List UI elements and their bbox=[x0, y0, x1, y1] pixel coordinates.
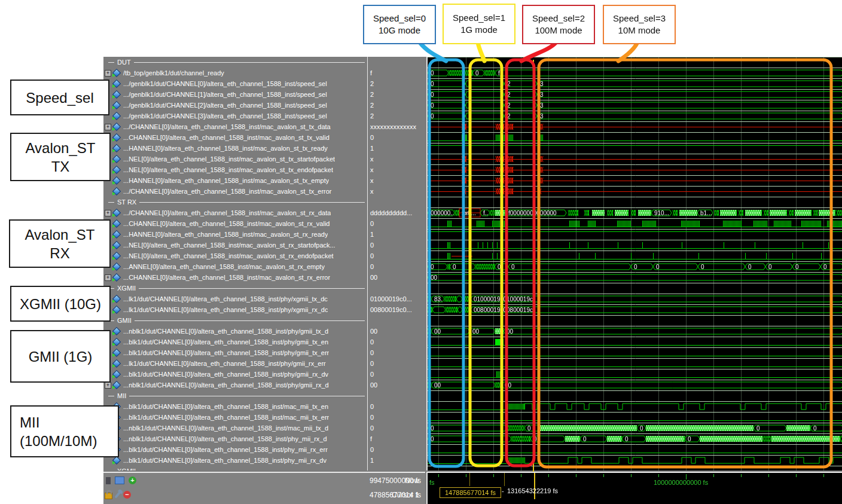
group-divider[interactable]: ST RX bbox=[103, 197, 366, 207]
signal-name[interactable]: ...lk1/dut/CHANNEL[0]/altera_eth_channel… bbox=[123, 360, 326, 367]
signal-icon bbox=[114, 328, 120, 334]
signal-row[interactable]: ...lk1/dut/CHANNEL[0]/altera_eth_channel… bbox=[103, 294, 366, 304]
signal-row[interactable]: ...NEL[0]/altera_eth_channel_1588_inst/m… bbox=[103, 164, 366, 175]
group-divider[interactable]: GMII bbox=[103, 315, 366, 326]
expand-button[interactable]: + bbox=[105, 210, 111, 216]
waveform-area[interactable] bbox=[426, 57, 842, 471]
expand-button[interactable]: + bbox=[105, 382, 111, 389]
signal-row[interactable]: .../genblk1/dut/CHANNEL[3]/altera_eth_ch… bbox=[103, 111, 366, 121]
signal-row[interactable]: .../genblk1/dut/CHANNEL[1]/altera_eth_ch… bbox=[103, 89, 366, 100]
signal-name[interactable]: ...lk1/dut/CHANNEL[0]/altera_eth_channel… bbox=[123, 306, 328, 313]
wrench-icon[interactable] bbox=[114, 491, 121, 499]
signal-value: 0 bbox=[370, 423, 426, 433]
signal-value-panel[interactable]: f2222xxxxxxxxxxxxxx01xxxxdddddddddd...01… bbox=[367, 57, 426, 471]
signal-row[interactable]: ...lk1/dut/CHANNEL[0]/altera_eth_channel… bbox=[103, 358, 366, 369]
signal-value: 1 bbox=[370, 455, 426, 466]
signal-name[interactable]: ...nblk1/dut/CHANNEL[0]/altera_eth_chann… bbox=[123, 424, 328, 432]
signal-row[interactable]: +...CHANNEL[0]/altera_eth_channel_1588_i… bbox=[103, 272, 366, 283]
signal-row[interactable]: ...CHANNEL[0]/altera_eth_channel_1588_in… bbox=[103, 132, 366, 143]
signal-row[interactable]: ...lk1/dut/CHANNEL[0]/altera_eth_channel… bbox=[103, 304, 366, 315]
signal-name[interactable]: ...nblk1/dut/CHANNEL[0]/altera_eth_chann… bbox=[123, 328, 328, 335]
signal-row[interactable]: +.../CHANNEL[0]/altera_eth_channel_1588_… bbox=[103, 207, 366, 218]
expand-button[interactable]: + bbox=[105, 70, 111, 77]
signal-row[interactable]: ...nblk1/dut/CHANNEL[0]/altera_eth_chann… bbox=[103, 423, 366, 433]
cursor2-time-text[interactable]: 131654322219 fs bbox=[507, 487, 558, 494]
signal-row[interactable]: ...HANNEL[0]/altera_eth_channel_1588_ins… bbox=[103, 143, 366, 154]
signal-row[interactable]: +...nblk1/dut/CHANNEL[0]/altera_eth_chan… bbox=[103, 380, 366, 390]
signal-row[interactable]: ...blk1/dut/CHANNEL[0]/altera_eth_channe… bbox=[103, 444, 366, 455]
side-label-0: Speed_sel bbox=[10, 80, 109, 115]
signal-name[interactable]: ...NEL[0]/altera_eth_channel_1588_inst/m… bbox=[123, 166, 333, 173]
signal-name[interactable]: ...blk1/dut/CHANNEL[0]/altera_eth_channe… bbox=[123, 446, 328, 453]
signal-name[interactable]: ...blk1/dut/CHANNEL[0]/altera_eth_channe… bbox=[123, 338, 328, 346]
expand-button[interactable]: + bbox=[105, 274, 111, 281]
panel-icon[interactable] bbox=[115, 476, 124, 484]
group-divider[interactable]: XGMII bbox=[103, 283, 366, 294]
signal-row[interactable]: .../genblk1/dut/CHANNEL[2]/altera_eth_ch… bbox=[103, 100, 366, 111]
signal-value: 00 bbox=[370, 326, 426, 337]
signal-name[interactable]: ...blk1/dut/CHANNEL[0]/altera_eth_channe… bbox=[123, 457, 327, 464]
signal-row[interactable]: ...ANNEL[0]/altera_eth_channel_1588_inst… bbox=[103, 261, 366, 272]
add-cursor-icon[interactable]: + bbox=[129, 476, 136, 484]
callout-line2: 10G mode bbox=[379, 25, 420, 36]
wave-canvas[interactable] bbox=[428, 57, 842, 471]
signal-row[interactable]: ...CHANNEL[0]/altera_eth_channel_1588_in… bbox=[103, 218, 366, 229]
signal-row[interactable]: +.../CHANNEL[0]/altera_eth_channel_1588_… bbox=[103, 121, 366, 132]
signal-name[interactable]: ...CHANNEL[0]/altera_eth_channel_1588_in… bbox=[123, 220, 330, 227]
signal-row[interactable]: ...blk1/dut/CHANNEL[0]/altera_eth_channe… bbox=[103, 412, 366, 423]
signal-row[interactable]: ...HANNEL[0]/altera_eth_channel_1588_ins… bbox=[103, 175, 366, 186]
expand-button[interactable]: + bbox=[105, 124, 111, 130]
signal-row[interactable]: .../genblk1/dut/CHANNEL[0]/altera_eth_ch… bbox=[103, 78, 366, 89]
signal-name[interactable]: .../genblk1/dut/CHANNEL[3]/altera_eth_ch… bbox=[123, 112, 327, 120]
signal-name[interactable]: ...blk1/dut/CHANNEL[0]/altera_eth_channe… bbox=[123, 371, 328, 378]
group-divider[interactable]: MII bbox=[103, 390, 366, 401]
signal-name[interactable]: ...HANNEL[0]/altera_eth_channel_1588_ins… bbox=[123, 145, 328, 152]
signal-row[interactable]: .../CHANNEL[0]/altera_eth_channel_1588_i… bbox=[103, 186, 366, 197]
signal-name[interactable]: .../genblk1/dut/CHANNEL[1]/altera_eth_ch… bbox=[123, 91, 327, 98]
lock-icon[interactable] bbox=[105, 493, 112, 499]
signal-name[interactable]: ...HANNEL[0]/altera_eth_channel_1588_ins… bbox=[123, 177, 329, 184]
signal-name[interactable]: .../genblk1/dut/CHANNEL[2]/altera_eth_ch… bbox=[123, 102, 327, 109]
signal-row[interactable]: ...NEL[0]/altera_eth_channel_1588_inst/m… bbox=[103, 154, 366, 164]
signal-name[interactable]: .../genblk1/dut/CHANNEL[0]/altera_eth_ch… bbox=[123, 80, 327, 87]
timeline-area[interactable]: fs 1000000000000 fs 147885677014 fs - 13… bbox=[426, 472, 842, 504]
signal-name[interactable]: ...NEL[0]/altera_eth_channel_1588_inst/m… bbox=[123, 155, 335, 163]
signal-row[interactable]: ...nblk1/dut/CHANNEL[0]/altera_eth_chann… bbox=[103, 326, 366, 337]
signal-name[interactable]: .../CHANNEL[0]/altera_eth_channel_1588_i… bbox=[123, 123, 331, 130]
signal-row[interactable]: ...blk1/dut/CHANNEL[0]/altera_eth_channe… bbox=[103, 455, 366, 466]
signal-name[interactable]: ...lk1/dut/CHANNEL[0]/altera_eth_channel… bbox=[123, 295, 328, 303]
modelsim-wave-screenshot: { "callouts": [ {"line1":"Speed_sel=0","… bbox=[0, 0, 842, 504]
signal-name[interactable]: .../CHANNEL[0]/altera_eth_channel_1588_i… bbox=[123, 209, 331, 216]
signal-name[interactable]: ...nblk1/dut/CHANNEL[0]/altera_eth_chann… bbox=[123, 381, 329, 389]
signal-name[interactable]: ...NEL[0]/altera_eth_channel_1588_inst/m… bbox=[123, 252, 334, 259]
clipped-toolbar-icon[interactable] bbox=[106, 477, 111, 484]
group-divider[interactable]: DUT bbox=[103, 57, 366, 68]
signal-name[interactable]: .../CHANNEL[0]/altera_eth_channel_1588_i… bbox=[123, 188, 332, 195]
signal-row[interactable]: ...blk1/dut/CHANNEL[0]/altera_eth_channe… bbox=[103, 401, 366, 412]
signal-name[interactable]: ...blk1/dut/CHANNEL[0]/altera_eth_channe… bbox=[123, 414, 329, 421]
group-divider[interactable]: XGMII bbox=[103, 466, 366, 471]
signal-value: 01000019c0... bbox=[370, 294, 426, 304]
signal-name-panel[interactable]: DUT+/tb_top/genblk1/dut/channel_ready...… bbox=[103, 57, 366, 471]
signal-row[interactable]: ...HANNEL[0]/altera_eth_channel_1588_ins… bbox=[103, 229, 366, 240]
group-label: MII bbox=[117, 392, 126, 399]
signal-row[interactable]: ...NEL[0]/altera_eth_channel_1588_inst/m… bbox=[103, 251, 366, 261]
signal-name[interactable]: ...CHANNEL[0]/altera_eth_channel_1588_in… bbox=[123, 274, 330, 281]
signal-name[interactable]: ...CHANNEL[0]/altera_eth_channel_1588_in… bbox=[123, 134, 330, 141]
signal-row[interactable]: ...blk1/dut/CHANNEL[0]/altera_eth_channe… bbox=[103, 337, 366, 347]
signal-name[interactable]: ...NEL[0]/altera_eth_channel_1588_inst/m… bbox=[123, 242, 335, 249]
signal-name[interactable]: ...ANNEL[0]/altera_eth_channel_1588_inst… bbox=[123, 263, 325, 270]
signal-row[interactable]: ...blk1/dut/CHANNEL[0]/altera_eth_channe… bbox=[103, 347, 366, 358]
delete-cursor-icon[interactable]: − bbox=[123, 491, 131, 499]
signal-name[interactable]: ...HANNEL[0]/altera_eth_channel_1588_ins… bbox=[123, 231, 328, 238]
signal-name[interactable]: /tb_top/genblk1/dut/channel_ready bbox=[123, 69, 224, 77]
cursor1-time-box[interactable]: 147885677014 fs bbox=[440, 487, 501, 498]
signal-value: 0 bbox=[370, 337, 426, 347]
signal-row[interactable]: ...blk1/dut/CHANNEL[0]/altera_eth_channe… bbox=[103, 369, 366, 380]
signal-row[interactable]: ...NEL[0]/altera_eth_channel_1588_inst/m… bbox=[103, 240, 366, 251]
signal-row[interactable]: +/tb_top/genblk1/dut/channel_ready bbox=[103, 68, 366, 78]
signal-name[interactable]: ...blk1/dut/CHANNEL[0]/altera_eth_channe… bbox=[123, 349, 329, 356]
signal-name[interactable]: ...nblk1/dut/CHANNEL[0]/altera_eth_chann… bbox=[123, 435, 327, 442]
signal-name[interactable]: ...blk1/dut/CHANNEL[0]/altera_eth_channe… bbox=[123, 403, 328, 410]
signal-row[interactable]: ...nblk1/dut/CHANNEL[0]/altera_eth_chann… bbox=[103, 433, 366, 444]
